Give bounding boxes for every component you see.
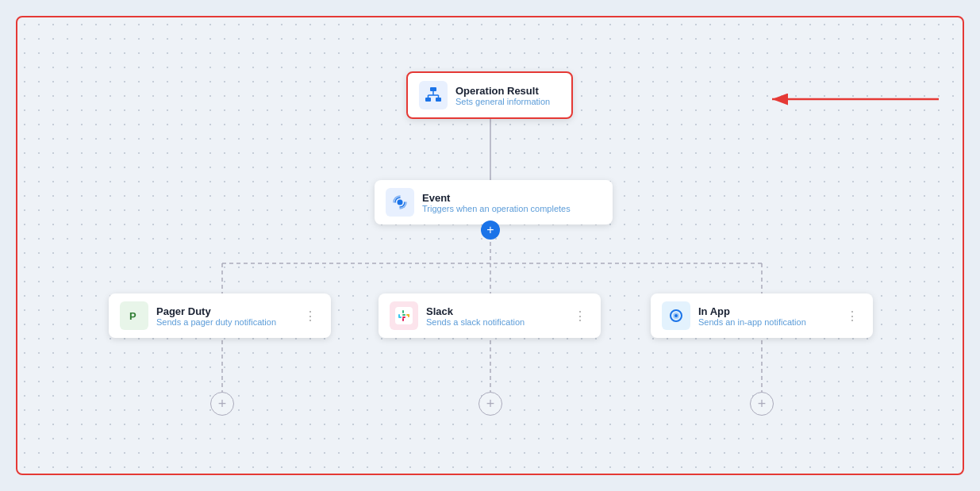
- svg-rect-10: [425, 98, 431, 102]
- event-text: Event Triggers when an operation complet…: [422, 192, 571, 213]
- inapp-menu-button[interactable]: ⋮: [843, 309, 862, 324]
- svg-text:P: P: [129, 310, 136, 322]
- inapp-icon: [662, 301, 690, 330]
- svg-point-33: [674, 314, 678, 317]
- svg-rect-24: [402, 310, 404, 313]
- inapp-node[interactable]: In App Sends an in-app notification ⋮: [651, 293, 873, 338]
- svg-rect-23: [398, 314, 400, 317]
- operation-text: Operation Result Sets general informatio…: [455, 85, 550, 106]
- slack-text: Slack Sends a slack notification: [426, 305, 525, 327]
- slack-icon: [390, 301, 418, 330]
- workflow-canvas: Operation Result Sets general informatio…: [16, 16, 964, 475]
- red-arrow: [764, 79, 947, 122]
- event-node[interactable]: Event Triggers when an operation complet…: [375, 180, 613, 224]
- pager-title: Pager Duty: [156, 305, 276, 317]
- inapp-subtitle: Sends an in-app notification: [698, 317, 806, 327]
- svg-rect-27: [408, 314, 409, 317]
- pager-subtitle: Sends a pager duty notification: [156, 317, 276, 327]
- slack-title: Slack: [426, 305, 525, 317]
- slack-subtitle: Sends a slack notification: [426, 317, 525, 327]
- operation-subtitle: Sets general information: [455, 97, 550, 106]
- add-branch-button[interactable]: +: [481, 221, 500, 240]
- event-icon: [386, 188, 414, 217]
- pager-add-button[interactable]: +: [210, 392, 234, 416]
- pager-icon: P: [120, 301, 148, 330]
- event-title: Event: [422, 192, 571, 204]
- event-subtitle: Triggers when an operation completes: [422, 204, 571, 213]
- operation-title: Operation Result: [455, 85, 550, 97]
- svg-rect-11: [436, 98, 441, 102]
- inapp-title: In App: [698, 305, 806, 317]
- pager-menu-button[interactable]: ⋮: [301, 309, 320, 324]
- slack-node[interactable]: Slack Sends a slack notification ⋮: [379, 293, 601, 338]
- inapp-text: In App Sends an in-app notification: [698, 305, 806, 327]
- svg-rect-9: [430, 87, 436, 91]
- svg-rect-25: [402, 314, 405, 316]
- slack-menu-button[interactable]: ⋮: [571, 309, 590, 324]
- pager-text: Pager Duty Sends a pager duty notificati…: [156, 305, 276, 327]
- slack-add-button[interactable]: +: [478, 392, 502, 416]
- pager-duty-node[interactable]: P Pager Duty Sends a pager duty notifica…: [109, 293, 331, 338]
- operation-icon: [419, 81, 448, 109]
- inapp-add-button[interactable]: +: [750, 392, 774, 416]
- operation-result-node[interactable]: Operation Result Sets general informatio…: [406, 71, 573, 119]
- svg-point-18: [398, 200, 403, 205]
- svg-rect-29: [402, 316, 405, 318]
- svg-rect-28: [402, 318, 404, 321]
